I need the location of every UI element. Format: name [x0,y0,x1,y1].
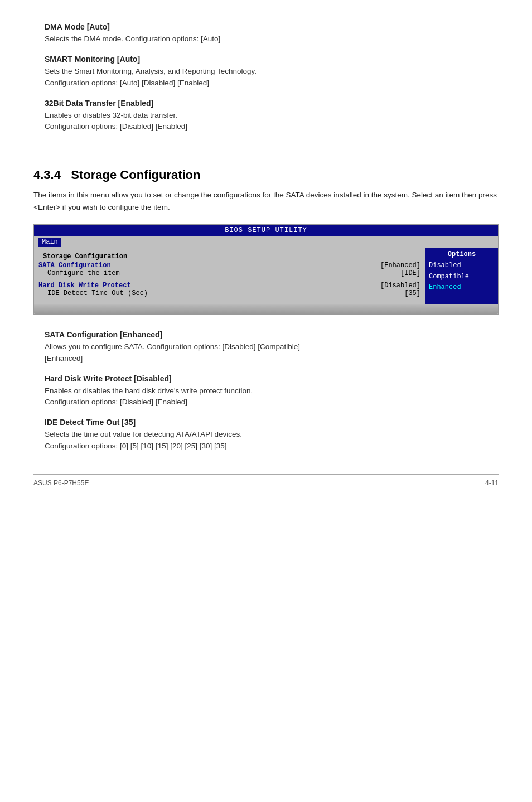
bios-left-panel: Storage Configuration SATA Configuration… [34,248,425,304]
sata-config-section: SATA Configuration [Enhanced] Allows you… [33,330,499,364]
bios-hdd-value1: [Disabled] [380,282,420,289]
bios-sata-value1: [Enhanced] [380,262,420,269]
bios-option-enhanced: Enhanced [429,282,495,293]
bios-sata-sublabel: Configure the item [38,269,120,277]
bios-screenshot: BIOS SETUP UTILITY Main Storage Configur… [33,224,499,315]
bios-hdd-value2: [35] [404,289,420,297]
footer-divider [33,474,499,475]
dma-mode-section: DMA Mode [Auto] Selects the DMA mode. Co… [33,22,499,45]
smart-monitoring-heading: SMART Monitoring [Auto] [45,55,499,64]
bios-hdd-label: Hard Disk Write Protect [38,282,131,289]
footer-right: 4-11 [485,479,499,487]
bios-section-title: Storage Configuration [38,250,420,262]
bios-sata-config-row: SATA Configuration [Enhanced] Configure … [38,262,420,277]
bios-option-compatible: Compatible [429,272,495,282]
bios-titlebar: BIOS SETUP UTILITY [34,225,498,236]
bios-sata-label: SATA Configuration [38,262,111,269]
hard-disk-write-heading: Hard Disk Write Protect [Disabled] [45,374,499,383]
bios-hdd-sublabel: IDE Detect Time Out (Sec) [38,289,148,297]
hard-disk-write-section: Hard Disk Write Protect [Disabled] Enabl… [33,374,499,408]
ide-detect-section: IDE Detect Time Out [35] Selects the tim… [33,418,499,452]
smart-monitoring-section: SMART Monitoring [Auto] Sets the Smart M… [33,55,499,89]
32bit-transfer-body: Enables or disables 32-bit data transfer… [45,110,499,133]
ide-detect-heading: IDE Detect Time Out [35] [45,418,499,427]
sata-config-heading: SATA Configuration [Enhanced] [45,330,499,339]
bios-sata-value2: [IDE] [400,269,420,277]
footer: ASUS P6-P7H55E 4-11 [33,479,499,487]
footer-left: ASUS P6-P7H55E [33,479,89,487]
ide-detect-body: Selects the time out value for detecting… [45,429,499,452]
chapter-intro: The items in this menu allow you to set … [33,189,499,213]
bios-options-panel: Options Disabled Compatible Enhanced [425,248,498,304]
bios-nav-item: Main [38,238,61,247]
dma-mode-body: Selects the DMA mode. Configuration opti… [45,33,499,45]
bios-bottom-decoration [34,304,498,314]
smart-monitoring-body: Sets the Smart Monitoring, Analysis, and… [45,66,499,89]
bios-option-disabled: Disabled [429,260,495,271]
32bit-transfer-heading: 32Bit Data Transfer [Enabled] [45,99,499,108]
chapter-heading: 4.3.4 Storage Configuration [33,168,499,182]
32bit-transfer-section: 32Bit Data Transfer [Enabled] Enables or… [33,99,499,133]
bios-options-title: Options [429,250,495,258]
hard-disk-write-body: Enables or disables the hard disk drive'… [45,385,499,408]
sata-config-body: Allows you to configure SATA. Configurat… [45,341,499,364]
bios-hdd-row: Hard Disk Write Protect [Disabled] IDE D… [38,282,420,297]
bios-content-area: Storage Configuration SATA Configuration… [34,248,498,304]
dma-mode-heading: DMA Mode [Auto] [45,22,499,31]
